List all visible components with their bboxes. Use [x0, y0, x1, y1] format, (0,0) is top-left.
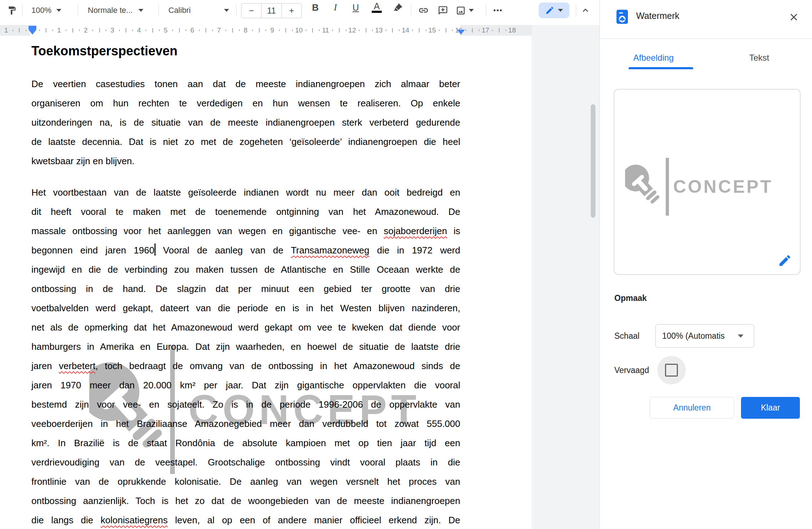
canvas-background: [532, 34, 599, 529]
document-line[interactable]: frontlinie van de oprukkende kolonisatie…: [31, 472, 460, 491]
watermark-panel: Watermerk Afbeelding Tekst: [599, 0, 812, 529]
document-line[interactable]: die langs die kolonisatiegrens leven, al…: [31, 510, 460, 529]
document-line[interactable]: massale ontbossing voor het aanleggen va…: [31, 221, 460, 241]
scale-dropdown[interactable]: 100% (Automatis: [655, 324, 754, 348]
toolbar-divider: [236, 4, 237, 16]
font-size-value[interactable]: 11: [261, 4, 281, 18]
document-paragraph: Het voortbestaan van de laatste geïsolee…: [31, 183, 460, 529]
ruler-number: 2: [84, 25, 88, 36]
document-line[interactable]: kwetsbaar zijn en blijven.: [31, 151, 460, 171]
zoom-select[interactable]: 100%: [31, 0, 61, 21]
pencil-icon: [545, 6, 554, 15]
preview-logo-text: CONCEPT: [673, 176, 773, 197]
text-cursor: [154, 243, 156, 256]
ruler-number: 3: [111, 25, 115, 36]
chevron-down-icon: [224, 9, 229, 12]
document-page[interactable]: CONCEPT Toekomstperspectieven De veertie…: [0, 36, 532, 529]
editing-mode-button[interactable]: [539, 2, 569, 18]
cancel-button[interactable]: Annuleren: [650, 397, 734, 419]
document-line[interactable]: jaren 1970 meer dan 20.000 km² per jaar.…: [31, 376, 460, 395]
document-text: Toekomstperspectieven De veertien casest…: [31, 41, 460, 529]
tab-afbeelding[interactable]: Afbeelding: [633, 53, 674, 63]
document-line[interactable]: begonnen eind jaren 1960 Vooral de aanle…: [31, 241, 460, 260]
document-line[interactable]: veeboerderijen in het Braziliaanse Amazo…: [31, 414, 460, 433]
document-line[interactable]: net als de opmerking dat het Amazonewoud…: [31, 318, 460, 337]
italic-button[interactable]: I: [328, 0, 343, 15]
paint-format-icon[interactable]: [7, 0, 17, 21]
document-line[interactable]: jaren verbetert, toch bedraagt de omvang…: [31, 356, 460, 376]
style-value: Normale te...: [88, 6, 133, 15]
ruler-number: 9: [270, 25, 274, 36]
google-docs-window: 100% Normale te... Calibri − 11 + B I U …: [0, 0, 812, 529]
ruler-number: 7: [217, 25, 221, 36]
format-section-heading: Opmaak: [614, 293, 647, 303]
ruler-number: 1: [57, 25, 61, 36]
toolbar-divider: [22, 4, 22, 16]
ruler-number: 4: [137, 25, 141, 36]
document-line[interactable]: verdrievoudiging van de veestapel. Groot…: [31, 453, 460, 472]
ruler-number: 14: [402, 25, 409, 36]
font-select[interactable]: Calibri: [168, 0, 229, 21]
toolbar-divider: [486, 4, 486, 16]
ruler-number: 12: [349, 25, 356, 36]
ruler-number: 10: [295, 25, 303, 36]
panel-header: Watermerk: [600, 0, 812, 39]
chevron-down-icon: [738, 334, 744, 338]
text-color-button[interactable]: A: [369, 0, 384, 15]
document-line[interactable]: bestemd zijn voor vee- en sojateelt. Zo …: [31, 395, 460, 414]
chevron-down-icon: [469, 9, 474, 12]
ruler-number: 15: [428, 25, 436, 36]
more-options-icon[interactable]: [492, 0, 503, 21]
chevron-down-icon: [56, 9, 61, 12]
left-indent-marker[interactable]: [29, 26, 36, 35]
document-line[interactable]: hamburgers in Amerika en Europa. Dat zij…: [31, 337, 460, 356]
document-line[interactable]: ontbossing aanzienlijk. Toch is het zo d…: [31, 491, 460, 510]
document-heading[interactable]: Toekomstperspectieven: [31, 41, 460, 61]
document-line[interactable]: uitzonderingen na, is de situatie van de…: [31, 113, 460, 132]
misspelled-word: verbetert: [59, 361, 96, 371]
document-line[interactable]: De veertien casestudies tonen aan dat de…: [31, 74, 460, 94]
misspelled-word: sojaboerderijen: [384, 226, 447, 236]
paragraph-style-select[interactable]: Normale te...: [88, 0, 143, 21]
document-line[interactable]: ingewijd en die de verbinding zou maken …: [31, 260, 460, 279]
insert-link-icon[interactable]: [418, 0, 429, 21]
watermark-preview-box: CONCEPT: [614, 89, 801, 275]
scrollbar-thumb[interactable]: [591, 104, 595, 218]
watermark-preview-logo: CONCEPT: [625, 155, 773, 219]
chevron-down-icon: [138, 9, 143, 12]
document-line[interactable]: Het voortbestaan van de laatste geïsolee…: [31, 183, 460, 202]
insert-image-control[interactable]: [456, 0, 474, 21]
done-button[interactable]: Klaar: [741, 397, 800, 419]
ruler-right-margin: [460, 25, 532, 36]
tab-tekst[interactable]: Tekst: [749, 53, 769, 63]
chevron-down-icon: [558, 9, 563, 12]
faded-checkbox[interactable]: [665, 364, 678, 377]
toolbar: 100% Normale te... Calibri − 11 + B I U …: [0, 0, 599, 21]
document-line[interactable]: ontbossing in de hand. De slagzin dat pe…: [31, 279, 460, 298]
close-icon[interactable]: [788, 11, 800, 23]
document-line[interactable]: organiseren om hun rechten te verdedigen…: [31, 94, 460, 113]
document-line[interactable]: km². In Brazilië is de staat Rondônia de…: [31, 433, 460, 453]
watermark-doc-icon: [615, 9, 629, 26]
insert-comment-icon[interactable]: [438, 0, 448, 21]
bold-button[interactable]: B: [308, 0, 323, 15]
document-line[interactable]: de laatste decennia. Dat is niet zo met …: [31, 132, 460, 151]
underline-button[interactable]: U: [348, 0, 363, 15]
insert-image-icon: [456, 5, 466, 16]
document-paragraph: De veertien casestudies tonen aan dat de…: [31, 74, 460, 171]
ruler-margin-number: 1: [4, 25, 8, 36]
highlight-color-icon[interactable]: [391, 0, 406, 15]
ruler-number: 18: [508, 25, 516, 36]
edit-watermark-pencil-icon[interactable]: [778, 253, 792, 268]
right-indent-marker[interactable]: [457, 30, 465, 35]
ruler-number: 5: [164, 25, 168, 36]
scale-value: 100% (Automatis: [662, 331, 738, 341]
toolbar-divider: [411, 4, 411, 16]
collapse-toolbar-icon[interactable]: [580, 0, 591, 21]
increase-font-size-button[interactable]: +: [281, 4, 301, 18]
panel-divider: [600, 39, 812, 39]
decrease-font-size-button[interactable]: −: [242, 4, 261, 18]
first-line-indent-marker[interactable]: [29, 26, 36, 30]
document-line[interactable]: voetbalvelden werd gekapt, dateert van d…: [31, 298, 460, 318]
document-line[interactable]: dit heeft vooral te maken met de toeneme…: [31, 202, 460, 221]
